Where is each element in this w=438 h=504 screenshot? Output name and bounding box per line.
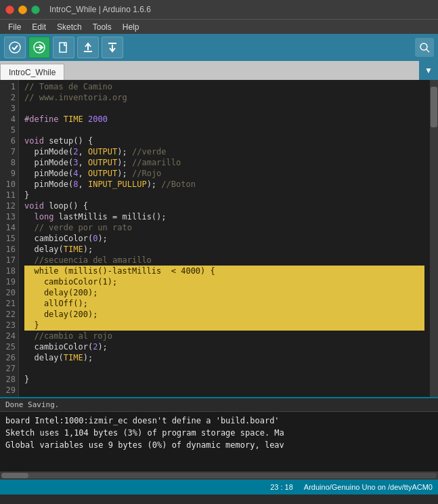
menu-tools[interactable]: Tools — [87, 21, 117, 33]
scrollbar[interactable] — [430, 80, 438, 397]
code-line — [24, 125, 424, 135]
window-title: IntroC_While | Arduino 1.6.6 — [49, 5, 151, 14]
line-number: 22 — [0, 309, 16, 320]
code-line: //cambio al rojo — [24, 331, 424, 341]
toolbar — [0, 34, 438, 61]
code-line: delay(TIME); — [24, 244, 424, 255]
console-line: Global variables use 9 bytes (0%) of dyn… — [5, 439, 433, 451]
line-number: 16 — [0, 244, 16, 255]
close-button[interactable] — [5, 5, 14, 14]
line-number: 20 — [0, 287, 16, 298]
verify-button[interactable] — [4, 37, 26, 58]
horizontal-scrollbar[interactable] — [0, 471, 438, 480]
scrollbar-thumb[interactable] — [431, 87, 437, 127]
code-line: cambioColor(0); — [24, 233, 424, 244]
code-line: pinMode(4, OUTPUT); //Rojo — [24, 168, 424, 179]
code-line: allOff(); — [24, 298, 424, 309]
line-number: 8 — [0, 157, 16, 168]
menu-sketch[interactable]: Sketch — [51, 21, 87, 33]
line-number: 11 — [0, 190, 16, 201]
search-button[interactable] — [415, 38, 434, 57]
new-button[interactable] — [53, 37, 74, 58]
minimize-button[interactable] — [18, 5, 27, 14]
upload-button[interactable] — [28, 37, 50, 58]
tab-dropdown[interactable]: ▼ — [419, 61, 438, 80]
line-number: 14 — [0, 222, 16, 233]
line-number: 18 — [0, 266, 16, 276]
open-button[interactable] — [77, 37, 99, 58]
line-numbers: 1234567891011121314151617181920212223242… — [0, 80, 19, 397]
console-status-bar: Done Saving. — [0, 398, 438, 412]
line-number: 10 — [0, 179, 16, 190]
editor: 1234567891011121314151617181920212223242… — [0, 80, 438, 397]
menu-file[interactable]: File — [3, 21, 26, 33]
tab-introc-while[interactable]: IntroC_While — [0, 64, 64, 80]
svg-line-7 — [426, 49, 429, 52]
code-line: pinMode(8, INPUT_PULLUP); //Boton — [24, 179, 424, 190]
code-line — [24, 103, 424, 114]
code-line: // Tomas de Camino — [24, 81, 424, 92]
line-number: 25 — [0, 341, 16, 352]
line-number: 27 — [0, 363, 16, 374]
code-line: // verde por un rato — [24, 222, 424, 233]
svg-point-0 — [9, 42, 20, 53]
line-number: 5 — [0, 125, 16, 135]
line-number: 4 — [0, 114, 16, 125]
console-output: board Intel:1000:izmir_ec doesn't define… — [0, 412, 438, 454]
console: Done Saving. board Intel:1000:izmir_ec d… — [0, 397, 438, 471]
code-area[interactable]: // Tomas de Camino// www.inventoria.org … — [19, 80, 430, 397]
line-number: 24 — [0, 331, 16, 341]
line-number: 2 — [0, 92, 16, 103]
code-line — [24, 363, 424, 374]
line-number: 29 — [0, 385, 16, 396]
line-number: 7 — [0, 146, 16, 157]
board-info: Arduino/Genuino Uno on /dev/ttyACM0 — [304, 483, 433, 491]
statusbar: 23 : 18 Arduino/Genuino Uno on /dev/ttyA… — [0, 480, 438, 495]
code-line: pinMode(3, OUTPUT); //amarillo — [24, 157, 424, 168]
code-line: } — [24, 190, 424, 201]
hscroll-track[interactable] — [1, 473, 437, 478]
line-number: 23 — [0, 320, 16, 331]
menubar: File Edit Sketch Tools Help — [0, 19, 438, 34]
code-line: //secuencia del amarillo — [24, 255, 424, 266]
code-line: while (millis()-lastMillis < 4000) { — [24, 266, 424, 276]
hscroll-thumb[interactable] — [1, 473, 28, 478]
menu-help[interactable]: Help — [117, 21, 145, 33]
tabbar: IntroC_While ▼ — [0, 61, 438, 80]
code-line: } — [24, 374, 424, 385]
line-number: 15 — [0, 233, 16, 244]
line-number: 12 — [0, 201, 16, 211]
line-number: 3 — [0, 103, 16, 114]
line-number: 26 — [0, 352, 16, 363]
code-line: cambioColor(1); — [24, 276, 424, 287]
code-line: pinMode(2, OUTPUT); //verde — [24, 146, 424, 157]
console-status-text: Done Saving. — [5, 400, 59, 409]
console-line: Sketch uses 1,104 bytes (3%) of program … — [5, 427, 433, 439]
maximize-button[interactable] — [31, 5, 40, 14]
line-number: 19 — [0, 276, 16, 287]
code-line — [24, 385, 424, 396]
menu-edit[interactable]: Edit — [26, 21, 51, 33]
console-line: board Intel:1000:izmir_ec doesn't define… — [5, 415, 433, 427]
titlebar: IntroC_While | Arduino 1.6.6 — [0, 0, 438, 19]
code-line: // www.inventoria.org — [24, 92, 424, 103]
line-number: 28 — [0, 374, 16, 385]
svg-point-6 — [420, 43, 427, 50]
line-number: 17 — [0, 255, 16, 266]
line-number: 9 — [0, 168, 16, 179]
svg-rect-3 — [60, 43, 66, 52]
code-line: long lastMillis = millis(); — [24, 211, 424, 222]
code-line: void loop() { — [24, 201, 424, 211]
line-number: 1 — [0, 81, 16, 92]
save-button[interactable] — [102, 37, 123, 58]
cursor-position: 23 : 18 — [270, 483, 293, 491]
code-line: cambioColor(2); — [24, 341, 424, 352]
line-number: 6 — [0, 135, 16, 146]
code-line: delay(200); — [24, 287, 424, 298]
code-line: void setup() { — [24, 135, 424, 146]
line-number: 30 — [0, 396, 16, 397]
line-number: 13 — [0, 211, 16, 222]
code-line: delay(200); — [24, 309, 424, 320]
code-line: void cambioColor(int val) { — [24, 396, 424, 397]
line-number: 21 — [0, 298, 16, 309]
